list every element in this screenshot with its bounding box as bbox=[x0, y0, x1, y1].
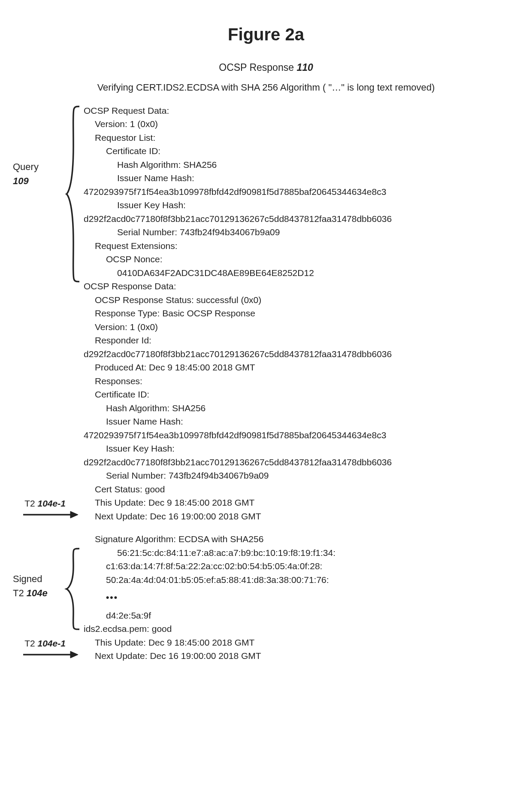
t2-label-2: T2 104e-1 bbox=[13, 637, 77, 650]
response-type: Response Type: Basic OCSP Response bbox=[84, 306, 519, 320]
signed-row: Signed T2 104e 56:21:5c:dc:84:11:e7:a8:a… bbox=[13, 546, 519, 622]
signed-label-t2: T2 bbox=[13, 588, 27, 598]
brace-signed bbox=[64, 546, 81, 636]
subtitle-prefix: OCSP Response bbox=[219, 62, 296, 73]
response-hash-algo: Hash Algorithm: SHA256 bbox=[84, 401, 519, 415]
bottom-this-update: This Update: Dec 9 18:45:00 2018 GMT bbox=[84, 636, 519, 649]
response-next-update: Next Update: Dec 16 19:00:00 2018 GMT bbox=[84, 510, 519, 523]
responder-id-value: d292f2acd0c77180f8f3bb21acc70129136267c5… bbox=[84, 347, 519, 361]
signed-label-line2: T2 104e bbox=[13, 586, 64, 600]
response-issuer-key-hash-value: d292f2acd0c77180f8f3bb21acc70129136267c5… bbox=[84, 455, 519, 469]
sigalg-row: Signature Algorithm: ECDSA with SHA256 bbox=[13, 532, 519, 546]
svg-marker-3 bbox=[70, 651, 78, 658]
bottom-update-block: This Update: Dec 9 18:45:00 2018 GMT Nex… bbox=[84, 636, 519, 663]
signature-block: 56:21:5c:dc:84:11:e7:a8:ac:a7:b9:bc:10:1… bbox=[84, 546, 519, 622]
t2-label-number: 104e-1 bbox=[37, 498, 65, 508]
request-cert-id-label: Certificate ID: bbox=[84, 144, 519, 158]
subtitle-number: 110 bbox=[296, 62, 313, 73]
signed-label-word: Signed bbox=[13, 572, 64, 586]
figure-title: Figure 2a bbox=[13, 21, 519, 47]
request-issuer-name-hash-value: 4720293975f71f54ea3b109978fbfd42df90981f… bbox=[84, 185, 519, 199]
response-header: OCSP Response Data: bbox=[84, 279, 519, 293]
bottom-next-update: Next Update: Dec 16 19:00:00 2018 GMT bbox=[84, 649, 519, 663]
response-produced-at: Produced At: Dec 9 18:45:00 2018 GMT bbox=[84, 361, 519, 374]
verifying-line: Verifying CERT.IDS2.ECDSA with SHA 256 A… bbox=[13, 80, 519, 94]
request-serial-number: Serial Number: 743fb24f94b34067b9a09 bbox=[84, 225, 519, 239]
pem-status-row: ids2.ecdsa.pem: good bbox=[13, 622, 519, 636]
ocsp-nonce-label: OCSP Nonce: bbox=[84, 252, 519, 266]
request-issuer-key-hash-label: Issuer Key Hash: bbox=[84, 198, 519, 212]
t2-label-1: T2 104e-1 bbox=[13, 497, 77, 510]
request-block: OCSP Request Data: Version: 1 (0x0) Requ… bbox=[84, 104, 519, 280]
response-status: OCSP Response Status: successful (0x0) bbox=[84, 293, 519, 307]
sig-bytes-1: 56:21:5c:dc:84:11:e7:a8:ac:a7:b9:bc:10:1… bbox=[84, 546, 519, 560]
figure-page: Figure 2a OCSP Response 110 Verifying CE… bbox=[0, 0, 532, 689]
response-block: OCSP Response Data: OCSP Response Status… bbox=[84, 279, 519, 496]
ocsp-nonce-value: 0410DA634F2ADC31DC48AE89BE64E8252D12 bbox=[84, 266, 519, 280]
arrow-right-icon bbox=[23, 649, 79, 664]
query-label-number: 109 bbox=[13, 174, 64, 188]
t2-update-row-1: T2 104e-1 This Update: Dec 9 18:45:00 20… bbox=[13, 496, 519, 523]
sig-bytes-end: d4:2e:5a:9f bbox=[84, 609, 519, 622]
response-serial-number: Serial Number: 743fb24f94b34067b9a09 bbox=[84, 469, 519, 482]
svg-marker-1 bbox=[70, 511, 78, 518]
response-cert-id-label: Certificate ID: bbox=[84, 388, 519, 401]
sig-bytes-3: 50:2a:4a:4d:04:01:b5:05:ef:a5:88:41:d8:3… bbox=[84, 573, 519, 587]
t2-label-prefix: T2 bbox=[24, 498, 37, 508]
request-version: Version: 1 (0x0) bbox=[84, 117, 519, 131]
response-cert-status: Cert Status: good bbox=[84, 482, 519, 496]
pem-status: ids2.ecdsa.pem: good bbox=[84, 622, 519, 636]
response-version: Version: 1 (0x0) bbox=[84, 320, 519, 334]
query-row: Query 109 OCSP Request Data: Version: 1 … bbox=[13, 104, 519, 280]
signed-label: Signed T2 104e bbox=[13, 572, 64, 600]
response-row: OCSP Response Data: OCSP Response Status… bbox=[13, 279, 519, 496]
response-issuer-name-hash-value: 4720293975f71f54ea3b109978fbfd42df90981f… bbox=[84, 428, 519, 442]
query-label: Query 109 bbox=[13, 160, 64, 188]
response-issuer-name-hash-label: Issuer Name Hash: bbox=[84, 415, 519, 428]
sig-ellipsis: ••• bbox=[106, 591, 519, 604]
request-header: OCSP Request Data: bbox=[84, 104, 519, 118]
request-extensions-label: Request Extensions: bbox=[84, 239, 519, 253]
arrow-right-icon bbox=[23, 510, 79, 524]
responder-id-label: Responder Id: bbox=[84, 334, 519, 347]
t2-label-number-2: 104e-1 bbox=[37, 638, 65, 648]
query-label-word: Query bbox=[13, 160, 64, 174]
request-issuer-key-hash-value: d292f2acd0c77180f8f3bb21acc70129136267c5… bbox=[84, 212, 519, 226]
t2-label-prefix-2: T2 bbox=[24, 638, 37, 648]
signature-algorithm: Signature Algorithm: ECDSA with SHA256 bbox=[84, 532, 519, 546]
request-issuer-name-hash-label: Issuer Name Hash: bbox=[84, 171, 519, 185]
response-this-update: This Update: Dec 9 18:45:00 2018 GMT bbox=[84, 496, 519, 510]
response-issuer-key-hash-label: Issuer Key Hash: bbox=[84, 442, 519, 455]
responses-label: Responses: bbox=[84, 374, 519, 388]
ocsp-response-subtitle: OCSP Response 110 bbox=[13, 60, 519, 75]
requestor-list-label: Requestor List: bbox=[84, 131, 519, 145]
request-hash-algo: Hash Algorithm: SHA256 bbox=[84, 158, 519, 172]
brace-query bbox=[64, 104, 81, 288]
response-update-block: This Update: Dec 9 18:45:00 2018 GMT Nex… bbox=[84, 496, 519, 523]
signed-label-number: 104e bbox=[27, 588, 48, 598]
sig-bytes-2: c1:63:da:14:7f:8f:5a:22:2a:cc:02:b0:54:b… bbox=[84, 559, 519, 573]
t2-update-row-2: T2 104e-1 This Update: Dec 9 18:45:00 20… bbox=[13, 636, 519, 663]
